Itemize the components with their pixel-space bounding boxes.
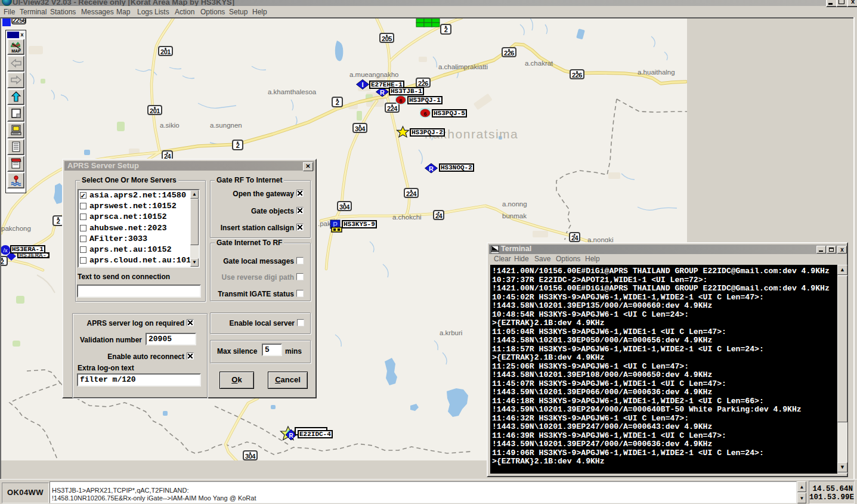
svg-text:/x: /x [3,248,8,253]
svg-text:MAP: MAP [11,49,21,53]
svg-text:I: I [361,81,363,88]
svg-text:6: 6 [423,111,426,117]
svg-text:R: R [380,89,385,96]
svg-text:6: 6 [399,98,402,104]
svg-text:R: R [289,432,293,439]
svg-text:R: R [429,165,434,172]
